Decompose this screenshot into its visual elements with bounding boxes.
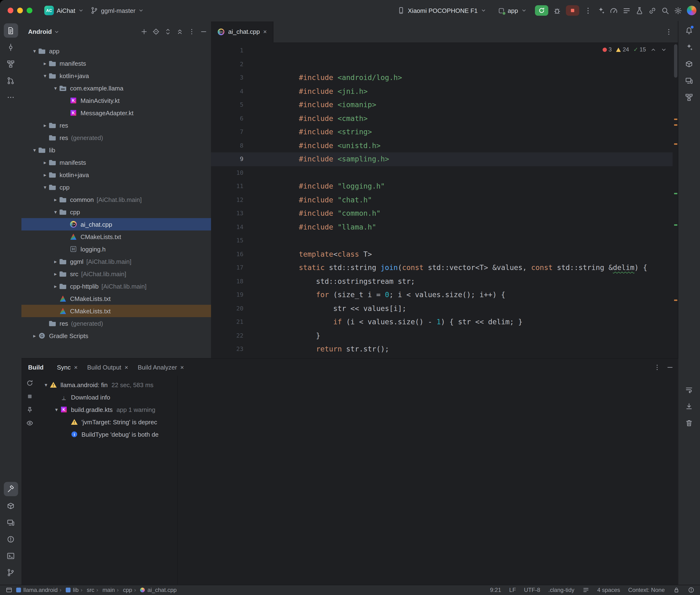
commit-tool-button[interactable] <box>4 40 18 54</box>
tree-row[interactable]: manifests <box>22 57 211 69</box>
stop-build-button[interactable] <box>26 393 33 400</box>
tree-row[interactable]: kotlin+java <box>22 169 211 181</box>
add-button[interactable] <box>141 28 148 35</box>
warning-stripe-mark[interactable] <box>674 124 677 126</box>
status-item[interactable] <box>673 587 679 594</box>
tree-arrow-icon[interactable] <box>52 283 59 289</box>
search-everywhere-button[interactable] <box>661 6 669 15</box>
version-control-tool-button[interactable] <box>4 565 18 579</box>
tree-row[interactable]: MessageAdapter.kt <box>22 107 211 119</box>
tab-options-button[interactable] <box>665 28 673 35</box>
tree-row[interactable]: src [AiChat.lib.main] <box>22 267 211 280</box>
ai-actions-button[interactable] <box>597 6 605 15</box>
tree-row[interactable]: cpp-httplib [AiChat.lib.main] <box>22 280 211 292</box>
tree-arrow-icon[interactable] <box>41 73 49 79</box>
clear-console-button[interactable] <box>682 416 696 430</box>
stop-button[interactable] <box>566 5 579 16</box>
tree-row[interactable]: CMakeLists.txt <box>22 230 211 243</box>
status-item[interactable] <box>583 587 589 594</box>
breadcrumb-item[interactable]: llama.android <box>16 587 58 594</box>
logcat-tool-button[interactable] <box>4 499 18 513</box>
hide-panel-button[interactable] <box>200 28 207 35</box>
code-editor[interactable]: 1 #include <android/log.h> 2 #include <j… <box>211 42 678 358</box>
debug-button[interactable] <box>553 6 561 15</box>
profile-avatar[interactable] <box>687 6 696 15</box>
tree-arrow-icon[interactable] <box>41 159 49 166</box>
expand-selection-button[interactable] <box>164 28 171 35</box>
warning-stripe-mark[interactable] <box>674 300 677 301</box>
tree-arrow-icon[interactable] <box>52 209 59 215</box>
status-item[interactable]: 9:21 <box>490 587 501 594</box>
tree-arrow-icon[interactable] <box>31 48 38 54</box>
locate-file-button[interactable] <box>152 28 160 35</box>
device-mirror-button[interactable] <box>648 6 656 15</box>
tree-row[interactable]: logging.h <box>22 243 211 255</box>
build-tree-row[interactable]: Download info <box>38 391 177 403</box>
window-layouts-icon[interactable] <box>6 587 12 594</box>
build-tree-row[interactable]: 'jvmTarget: String' is deprec <box>38 416 177 428</box>
tree-row[interactable]: CMakeLists.txt <box>22 292 211 305</box>
tree-arrow-icon[interactable] <box>52 271 59 277</box>
terminal-tool-button[interactable] <box>4 548 18 563</box>
tree-arrow-icon[interactable] <box>41 172 49 178</box>
status-item[interactable]: UTF-8 <box>524 587 540 594</box>
tree-row[interactable]: ai_chat.cpp <box>22 218 211 230</box>
tree-arrow-icon[interactable] <box>41 122 49 128</box>
warning-count-badge[interactable]: 24 <box>616 46 629 53</box>
tree-row[interactable]: cpp <box>22 206 211 218</box>
tree-arrow-icon[interactable] <box>43 382 50 388</box>
close-tab-icon[interactable] <box>180 364 184 371</box>
settings-button[interactable] <box>674 6 682 15</box>
breadcrumb-item[interactable]: lib <box>60 587 79 594</box>
status-item[interactable]: Context: None <box>628 587 665 594</box>
zoom-window-button[interactable] <box>27 8 32 13</box>
build-tool-button[interactable] <box>4 482 18 496</box>
tree-row[interactable]: common [AiChat.lib.main] <box>22 193 211 206</box>
tree-arrow-icon[interactable] <box>52 258 59 264</box>
notifications-button[interactable] <box>682 23 696 38</box>
project-selector[interactable]: AC AiChat <box>41 4 87 17</box>
editor-tab[interactable]: ai_chat.cpp <box>211 21 274 42</box>
project-tool-button[interactable] <box>4 23 18 38</box>
build-tree-row[interactable]: BuildType 'debug' is both de <box>38 428 177 441</box>
device-explorer-button[interactable] <box>682 73 696 88</box>
close-window-button[interactable] <box>8 8 13 13</box>
next-problem-icon[interactable] <box>661 47 667 53</box>
build-tree-row[interactable]: build.gradle.kts app 1 warning <box>38 403 177 416</box>
todo-button[interactable] <box>622 6 631 15</box>
tree-arrow-icon[interactable] <box>52 196 59 203</box>
close-tab-icon[interactable] <box>74 364 78 371</box>
soft-wrap-button[interactable] <box>682 382 696 397</box>
more-tool-windows-button[interactable] <box>4 90 18 104</box>
tree-row[interactable]: cpp <box>22 181 211 193</box>
breadcrumb-item[interactable]: ai_chat.cpp <box>134 587 177 594</box>
inspect-button[interactable] <box>26 420 33 427</box>
tree-row[interactable]: CMakeLists.txt <box>22 305 211 317</box>
tree-row[interactable]: MainActivity.kt <box>22 94 211 107</box>
tree-row[interactable]: app <box>22 45 211 57</box>
tree-row[interactable]: ggml [AiChat.lib.main] <box>22 255 211 267</box>
warning-stripe-mark[interactable] <box>674 119 677 120</box>
device-manager-tool-button[interactable] <box>4 515 18 530</box>
tree-arrow-icon[interactable] <box>31 147 38 153</box>
build-tab[interactable]: Build Output <box>82 359 133 376</box>
panel-options-button[interactable] <box>653 364 661 371</box>
inspections-widget[interactable]: 3 24 15 <box>600 45 669 54</box>
build-tree-row[interactable]: llama.android: fin 22 sec, 583 ms <box>38 378 177 391</box>
ai-assistant-button[interactable] <box>682 40 696 54</box>
tree-arrow-icon[interactable] <box>31 333 38 339</box>
warning-stripe-mark[interactable] <box>674 143 677 145</box>
tree-arrow-icon[interactable] <box>41 60 49 66</box>
run-configuration-selector[interactable]: app <box>495 5 530 16</box>
build-panel-title[interactable]: Build <box>28 364 44 371</box>
vcs-stripe-mark[interactable] <box>674 193 677 194</box>
status-item[interactable] <box>688 587 694 594</box>
tree-row[interactable]: Gradle Scripts <box>22 330 211 342</box>
build-panel-divider[interactable] <box>177 376 178 585</box>
tree-arrow-icon[interactable] <box>53 406 60 413</box>
passed-count-badge[interactable]: 15 <box>633 46 646 53</box>
tree-row[interactable]: res (generated) <box>22 317 211 330</box>
status-item[interactable]: LF <box>509 587 516 594</box>
collapse-all-button[interactable] <box>176 28 184 35</box>
breadcrumb-item[interactable]: src <box>81 587 94 594</box>
